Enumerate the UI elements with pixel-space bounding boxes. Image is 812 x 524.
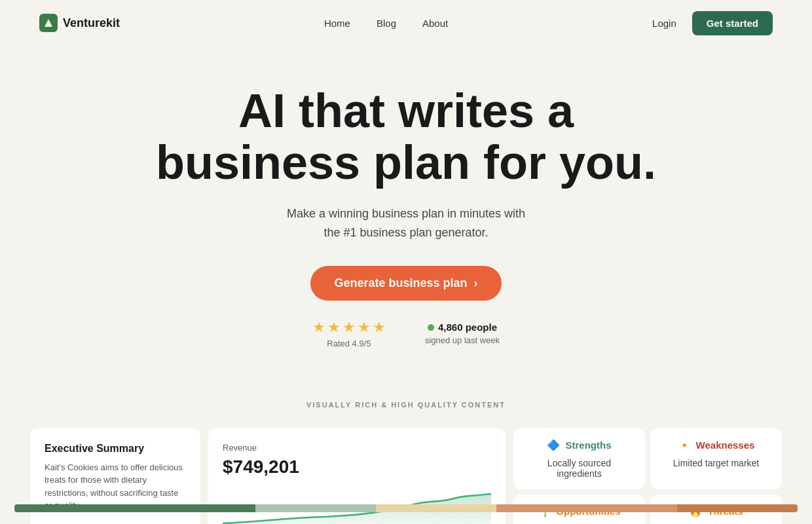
star-3: ★ xyxy=(342,319,356,336)
people-count-row: 4,860 people xyxy=(428,322,497,333)
hero-title: AI that writes a business plan for you. xyxy=(144,85,668,189)
green-dot xyxy=(428,324,434,331)
revenue-label: Revenue xyxy=(223,443,491,453)
logo-text: Venturekit xyxy=(63,16,120,30)
strengths-title: Strengths xyxy=(565,440,611,451)
nav-home[interactable]: Home xyxy=(324,18,350,29)
get-started-button[interactable]: Get started xyxy=(692,11,773,35)
nav-blog[interactable]: Blog xyxy=(377,18,396,29)
weaknesses-header: 🔸 Weaknesses xyxy=(678,439,755,451)
exec-summary-card: Executive Summary Kait's Cookies aims to… xyxy=(30,428,200,524)
weaknesses-title: Weaknesses xyxy=(696,440,755,451)
nav-right: Login Get started xyxy=(652,11,773,35)
star-2: ★ xyxy=(327,319,341,336)
strengths-cell: 🔷 Strengths Locally sourced ingredients xyxy=(513,428,645,489)
hero-subtitle: Make a winning business plan in minutes … xyxy=(13,204,799,242)
arrow-icon: › xyxy=(474,276,478,290)
nav-about[interactable]: About xyxy=(422,18,448,29)
people-block: 4,860 people signed up last week xyxy=(425,322,500,345)
signed-up-text: signed up last week xyxy=(425,335,500,345)
nav-links: Home Blog About xyxy=(324,18,448,29)
strengths-header: 🔷 Strengths xyxy=(547,439,611,451)
weaknesses-text: Limited target market xyxy=(673,458,760,468)
login-link[interactable]: Login xyxy=(652,18,676,29)
social-proof: ★ ★ ★ ★ ★ Rated 4.9/5 4,860 people signe… xyxy=(13,319,799,348)
rated-text: Rated 4.9/5 xyxy=(327,339,371,348)
star-5: ★ xyxy=(373,319,386,336)
star-1: ★ xyxy=(312,319,325,336)
rating-block: ★ ★ ★ ★ ★ Rated 4.9/5 xyxy=(312,319,386,348)
navbar: Venturekit Home Blog About Login Get sta… xyxy=(0,0,812,46)
generate-button[interactable]: Generate business plan › xyxy=(310,266,501,301)
logo[interactable]: Venturekit xyxy=(39,14,120,32)
stars-row: ★ ★ ★ ★ ★ xyxy=(312,319,386,336)
weaknesses-cell: 🔸 Weaknesses Limited target market xyxy=(650,428,782,489)
strengths-icon: 🔷 xyxy=(547,439,560,451)
strengths-text: Locally sourced ingredients xyxy=(524,458,635,479)
logo-icon xyxy=(39,14,58,32)
star-4: ★ xyxy=(358,319,371,336)
hero-section: AI that writes a business plan for you. … xyxy=(0,46,812,375)
color-bar xyxy=(14,485,798,512)
revenue-amount: $749,201 xyxy=(223,457,491,477)
weaknesses-icon: 🔸 xyxy=(678,439,691,451)
exec-title: Executive Summary xyxy=(45,443,186,455)
content-section: Executive Summary Kait's Cookies aims to… xyxy=(0,428,812,524)
section-label: VISUALLY RICH & HIGH QUALITY CONTENT xyxy=(0,401,812,409)
